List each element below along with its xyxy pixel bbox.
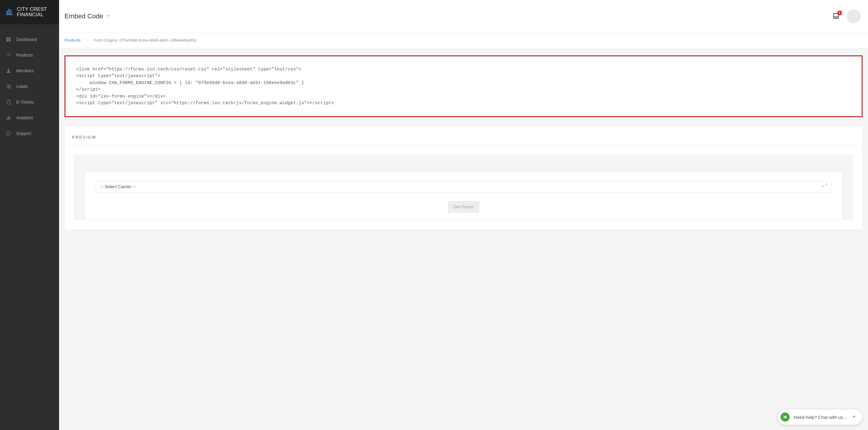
svg-rect-4 <box>6 37 8 39</box>
svg-point-12 <box>8 55 9 56</box>
sidebar-item-dashboard[interactable]: Dashboard <box>0 32 59 47</box>
sidebar-item-label: Products <box>16 53 33 58</box>
svg-rect-16 <box>7 85 10 86</box>
svg-rect-2 <box>10 10 11 15</box>
main-column: Embed Code 1 Products Form Engine: 075e5… <box>59 0 868 430</box>
page-title: Embed Code <box>64 12 103 20</box>
code-line: <link href="https://forms.ixn.tech/css/r… <box>76 67 301 72</box>
form-panel: -- Select Carrier -- * Get Forms <box>85 172 842 220</box>
svg-rect-21 <box>7 118 7 120</box>
breadcrumb-current: Form Engine: 075e56d6-bcea-4848-ab91-196… <box>94 38 197 42</box>
sidebar-item-leads[interactable]: Leads <box>0 78 59 94</box>
svg-rect-17 <box>6 86 7 87</box>
sidebar-item-label: Analytics <box>16 115 33 120</box>
sidebar-item-members[interactable]: Members <box>0 63 59 78</box>
chat-text: Need help? Chat with us… <box>794 415 847 420</box>
chevron-down-icon <box>821 184 825 189</box>
svg-rect-5 <box>9 37 10 38</box>
info-icon <box>5 130 11 136</box>
bars-icon <box>5 115 11 121</box>
sidebar-item-analytics[interactable]: Analytics <box>0 110 59 126</box>
file-icon <box>5 99 11 105</box>
notifications-badge: 1 <box>837 10 842 15</box>
sidebar-item-label: Support <box>16 131 31 136</box>
sidebar-item-label: Dashboard <box>16 37 37 42</box>
svg-rect-0 <box>7 10 8 15</box>
preview-card: PREVIEW -- Select Carrier -- * Get Forms <box>64 126 863 229</box>
code-line: </script> <box>76 87 101 92</box>
svg-rect-6 <box>9 39 10 41</box>
preview-body: -- Select Carrier -- * Get Forms <box>74 155 853 220</box>
user-avatar[interactable] <box>847 9 861 23</box>
sidebar: CITY CREST FINANCIAL Dashboard Products … <box>0 0 59 430</box>
chevron-right-icon <box>85 38 89 42</box>
carrier-select[interactable]: -- Select Carrier -- * <box>96 181 831 193</box>
chat-logo-icon <box>781 412 789 422</box>
sidebar-nav: Dashboard Products Members Leads E-Ticke… <box>0 24 59 141</box>
sidebar-item-label: Members <box>16 68 34 73</box>
svg-rect-18 <box>7 86 10 87</box>
chat-widget[interactable]: Need help? Chat with us… <box>778 409 862 425</box>
svg-point-9 <box>8 53 9 54</box>
breadcrumb-root[interactable]: Products <box>64 38 81 42</box>
code-line: <script type="text/javascript"> <box>76 73 160 78</box>
required-asterisk: * <box>826 183 827 187</box>
chevron-down-icon <box>106 13 111 19</box>
carrier-select-value: -- Select Carrier -- <box>100 184 821 189</box>
code-line: <script type="text/javascript" src="http… <box>76 101 334 105</box>
svg-point-11 <box>6 55 7 56</box>
svg-rect-23 <box>9 117 10 120</box>
grid-icon <box>5 52 11 58</box>
sidebar-item-support[interactable]: Support <box>0 126 59 141</box>
svg-point-8 <box>6 53 7 54</box>
brand-block[interactable]: CITY CREST FINANCIAL <box>0 0 59 24</box>
person-icon <box>5 68 11 74</box>
sidebar-item-label: E-Tickets <box>16 100 34 104</box>
sidebar-item-label: Leads <box>16 84 28 89</box>
content-area: <link href="https://forms.ixn.tech/css/r… <box>59 48 868 241</box>
chevron-down-icon <box>852 414 857 420</box>
list-icon <box>5 84 11 90</box>
svg-rect-20 <box>7 88 10 88</box>
svg-rect-1 <box>8 9 10 15</box>
preview-heading: PREVIEW <box>65 127 862 146</box>
svg-point-10 <box>10 53 10 54</box>
svg-rect-15 <box>6 85 7 86</box>
svg-rect-19 <box>6 88 7 88</box>
code-line: <div id="ixn-forms-engine"></div> <box>76 94 166 99</box>
embed-code-block[interactable]: <link href="https://forms.ixn.tech/css/r… <box>64 56 863 117</box>
sidebar-item-etickets[interactable]: E-Tickets <box>0 94 59 110</box>
brand-logo-icon <box>5 7 14 16</box>
svg-point-13 <box>10 55 10 56</box>
get-forms-button[interactable]: Get Forms <box>448 201 479 212</box>
code-line: window.IXN_FORMS_ENGINE_CONFIG = { id: "… <box>76 80 304 85</box>
svg-rect-22 <box>8 116 9 120</box>
breadcrumb: Products Form Engine: 075e56d6-bcea-4848… <box>59 33 868 48</box>
notifications-button[interactable]: 1 <box>832 12 840 20</box>
svg-rect-3 <box>6 14 13 15</box>
svg-point-14 <box>7 69 9 71</box>
top-header: Embed Code 1 <box>59 0 868 33</box>
svg-rect-7 <box>6 40 8 41</box>
dashboard-icon <box>5 36 11 42</box>
sidebar-item-products[interactable]: Products <box>0 47 59 63</box>
page-title-dropdown[interactable]: Embed Code <box>64 12 111 20</box>
brand-name: CITY CREST FINANCIAL <box>17 7 47 18</box>
